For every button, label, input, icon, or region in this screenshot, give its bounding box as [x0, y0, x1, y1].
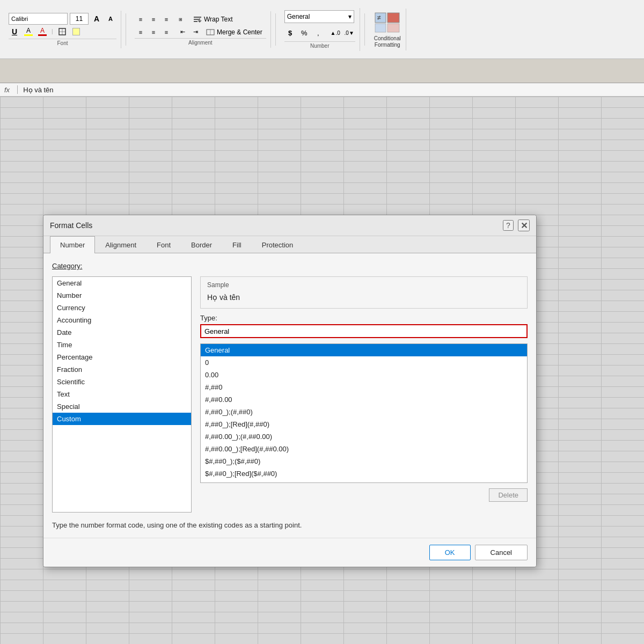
- conditional-label: Conditional: [374, 35, 401, 41]
- formatting-label: Formatting: [375, 42, 400, 48]
- category-item-fraction[interactable]: Fraction: [53, 363, 191, 376]
- ribbon-alignment-section: ≡ ≡ ≡ ⊞ Wrap Text: [130, 11, 271, 48]
- formula-bar-content: Họ và tên: [23, 86, 53, 94]
- svg-rect-4: [194, 17, 201, 18]
- ribbon-divider-1: [126, 13, 126, 46]
- indent-decrease-btn[interactable]: ⇤: [177, 26, 188, 38]
- format-item-dollar1[interactable]: $#,##0_);($#,##0): [201, 455, 527, 467]
- number-group-label: Number: [284, 41, 355, 49]
- category-item-percentage[interactable]: Percentage: [53, 351, 191, 363]
- format-item-dollar2[interactable]: $#,##0_);[Red]($#,##0): [201, 467, 527, 480]
- format-item-red1[interactable]: #,##0_);[Red](#,##0): [201, 418, 527, 430]
- format-cells-dialog: Format Cells ? ✕ Number Alignment Font B…: [43, 215, 537, 567]
- svg-rect-12: [375, 24, 386, 32]
- font-group-label: Font: [9, 39, 116, 46]
- font-name-row: A A: [9, 13, 116, 25]
- format-item-general[interactable]: General: [201, 344, 527, 356]
- sample-label: Sample: [207, 281, 521, 289]
- category-listbox[interactable]: General Number Currency Accounting Date …: [52, 276, 192, 513]
- font-color-btn[interactable]: A: [36, 26, 48, 38]
- percent-btn[interactable]: %: [298, 27, 310, 39]
- cancel-btn[interactable]: Cancel: [475, 545, 528, 560]
- merge-center-btn[interactable]: Merge & Center: [202, 26, 266, 38]
- cf-label: Conditional Formatting: [374, 35, 401, 48]
- cf-icon: ≠: [374, 11, 401, 35]
- font-size-increase-btn[interactable]: A: [91, 13, 103, 25]
- align-center-btn[interactable]: ≡: [148, 26, 159, 38]
- align-middle-btn[interactable]: ≡: [148, 13, 159, 25]
- align-left-btn[interactable]: ≡: [135, 26, 147, 38]
- delete-btn-container: Delete: [200, 488, 528, 502]
- delete-btn[interactable]: Delete: [489, 488, 528, 502]
- dialog-content: Category: General Number Currency Accoun…: [43, 253, 536, 538]
- tab-font[interactable]: Font: [147, 236, 181, 253]
- tab-protection[interactable]: Protection: [252, 236, 304, 253]
- format-item-0.00[interactable]: 0.00: [201, 369, 527, 381]
- general-label: General: [287, 13, 310, 20]
- type-input[interactable]: [200, 324, 528, 338]
- align-right-btn[interactable]: ≡: [160, 26, 172, 38]
- font-size-decrease-btn[interactable]: A: [105, 13, 116, 25]
- category-item-text[interactable]: Text: [53, 388, 191, 400]
- general-dropdown[interactable]: General ▾: [284, 10, 354, 23]
- category-item-date[interactable]: Date: [53, 326, 191, 339]
- tab-fill[interactable]: Fill: [222, 236, 252, 253]
- ribbon: A A U A A |: [0, 0, 644, 83]
- dialog-titlebar: Format Cells ? ✕: [43, 215, 536, 236]
- indent-increase-btn[interactable]: ⇥: [189, 26, 201, 38]
- formula-bar: fx Họ và tên: [0, 83, 644, 97]
- dialog-title: Format Cells: [50, 221, 92, 230]
- align-bottom-btn[interactable]: ≡: [160, 13, 172, 25]
- underline-btn[interactable]: U: [9, 26, 20, 38]
- ok-btn[interactable]: OK: [429, 545, 471, 560]
- alignment-top-row: ≡ ≡ ≡ ⊞ Wrap Text: [135, 13, 266, 25]
- category-item-time[interactable]: Time: [53, 339, 191, 351]
- category-item-general[interactable]: General: [53, 277, 191, 289]
- category-column: General Number Currency Accounting Date …: [52, 276, 192, 513]
- dialog-tabs: Number Alignment Font Border Fill Protec…: [43, 236, 536, 253]
- tab-border[interactable]: Border: [181, 236, 222, 253]
- borders-btn[interactable]: [56, 26, 68, 38]
- category-item-currency[interactable]: Currency: [53, 302, 191, 314]
- fill-color-btn[interactable]: A: [23, 26, 34, 38]
- ribbon-cf-section: ≠ Conditional Formatting: [369, 9, 406, 50]
- decimal-decrease-btn[interactable]: .0▼: [343, 27, 355, 39]
- dollar-btn[interactable]: $: [284, 27, 296, 39]
- format-item-red2[interactable]: #,##0.00_);[Red](#,##0.00): [201, 443, 527, 455]
- format-item-paren2[interactable]: #,##0.00_);(#,##0.00): [201, 430, 527, 443]
- align-top-btn[interactable]: ≡: [135, 13, 147, 25]
- dialog-close-btn[interactable]: ✕: [518, 219, 530, 231]
- font-size-input[interactable]: [70, 13, 89, 25]
- svg-text:⊞: ⊞: [179, 17, 182, 22]
- comma-btn[interactable]: ,: [312, 27, 324, 39]
- highlight-btn[interactable]: [70, 26, 82, 38]
- dropdown-arrow: ▾: [348, 13, 352, 20]
- svg-rect-5: [194, 19, 199, 20]
- dialog-overlay: Format Cells ? ✕ Number Alignment Font B…: [0, 97, 644, 644]
- sample-section: Sample Họ và tên: [200, 276, 528, 309]
- format-item-paren1[interactable]: #,##0_);(#,##0): [201, 406, 527, 418]
- wrap-text-btn[interactable]: Wrap Text: [189, 13, 237, 25]
- wrap-text-icon-btn[interactable]: ⊞: [177, 13, 188, 25]
- merge-center-label: Merge & Center: [217, 28, 262, 36]
- svg-rect-10: [387, 13, 399, 23]
- type-section: Type:: [200, 314, 528, 338]
- format-column: Sample Họ và tên Type: General 0 0.: [200, 276, 528, 513]
- tab-alignment[interactable]: Alignment: [95, 236, 147, 253]
- category-item-scientific[interactable]: Scientific: [53, 376, 191, 388]
- category-item-number[interactable]: Number: [53, 289, 191, 302]
- format-listbox[interactable]: General 0 0.00 #,##0 #,##0.00 #,##0_);(#…: [200, 343, 528, 483]
- font-name-input[interactable]: [9, 13, 68, 25]
- decimal-increase-btn[interactable]: ▲.0: [330, 27, 341, 39]
- format-item-#,##0[interactable]: #,##0: [201, 381, 527, 393]
- font-style-row: U A A |: [9, 26, 116, 38]
- dialog-help-btn[interactable]: ?: [503, 220, 514, 231]
- category-item-accounting[interactable]: Accounting: [53, 314, 191, 326]
- format-item-#,##0.00[interactable]: #,##0.00: [201, 393, 527, 406]
- dialog-footer: OK Cancel: [43, 538, 536, 567]
- category-item-custom[interactable]: Custom: [53, 413, 191, 425]
- format-item-0[interactable]: 0: [201, 356, 527, 369]
- tab-number[interactable]: Number: [50, 236, 95, 253]
- category-item-special[interactable]: Special: [53, 400, 191, 413]
- fx-label: fx: [4, 86, 10, 94]
